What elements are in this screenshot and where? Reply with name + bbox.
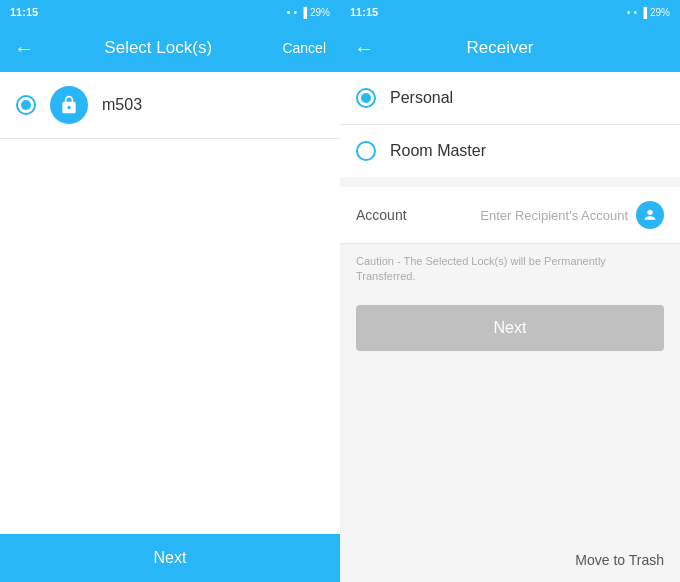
- right-header: ← Receiver: [340, 24, 680, 72]
- divider-gap: [340, 177, 680, 187]
- lock-svg-icon: [59, 95, 79, 115]
- right-time: 11:15: [350, 6, 378, 18]
- wifi-icon: •: [293, 7, 297, 18]
- move-to-trash-button[interactable]: Move to Trash: [575, 552, 664, 568]
- lock-name-label: m503: [102, 96, 142, 114]
- battery-icon: ▐: [300, 7, 307, 18]
- contact-svg-icon: [642, 207, 658, 223]
- left-header-title: Select Lock(s): [34, 38, 282, 58]
- left-status-bar: 11:15 • • ▐ 29%: [0, 0, 340, 24]
- right-battery-icon: ▐: [640, 7, 647, 18]
- lock-list-item[interactable]: m503: [0, 72, 340, 139]
- account-row: Account: [340, 187, 680, 244]
- room-master-option-row[interactable]: Room Master: [340, 125, 680, 177]
- left-back-button[interactable]: ←: [14, 37, 34, 60]
- personal-label: Personal: [390, 89, 453, 107]
- right-next-button[interactable]: Next: [356, 305, 664, 351]
- caution-text: Caution - The Selected Lock(s) will be P…: [340, 244, 680, 295]
- right-screen: 11:15 • • ▐ 29% ← Receiver Personal Room…: [340, 0, 680, 582]
- right-header-title: Receiver: [374, 38, 626, 58]
- account-label: Account: [356, 207, 416, 223]
- right-wifi-icon: •: [633, 7, 637, 18]
- account-input[interactable]: [424, 208, 628, 223]
- bluetooth-icon: •: [287, 7, 291, 18]
- left-screen: 11:15 • • ▐ 29% ← Select Lock(s) Cancel …: [0, 0, 340, 582]
- room-master-radio[interactable]: [356, 141, 376, 161]
- right-status-bar: 11:15 • • ▐ 29%: [340, 0, 680, 24]
- personal-option-row[interactable]: Personal: [340, 72, 680, 125]
- left-status-icons: • • ▐ 29%: [287, 7, 330, 18]
- left-time: 11:15: [10, 6, 38, 18]
- battery-percent: 29%: [310, 7, 330, 18]
- lock-radio-button[interactable]: [16, 95, 36, 115]
- left-content: m503: [0, 72, 340, 534]
- right-next-label: Next: [494, 319, 527, 337]
- right-status-icons: • • ▐ 29%: [627, 7, 670, 18]
- left-next-label: Next: [154, 549, 187, 567]
- right-bluetooth-icon: •: [627, 7, 631, 18]
- contact-icon-button[interactable]: [636, 201, 664, 229]
- left-cancel-button[interactable]: Cancel: [282, 40, 326, 56]
- left-header: ← Select Lock(s) Cancel: [0, 24, 340, 72]
- room-master-label: Room Master: [390, 142, 486, 160]
- left-next-button[interactable]: Next: [0, 534, 340, 582]
- personal-radio[interactable]: [356, 88, 376, 108]
- options-container: Personal Room Master: [340, 72, 680, 177]
- right-back-button[interactable]: ←: [354, 37, 374, 60]
- right-content: Personal Room Master Account Caution - T…: [340, 72, 680, 582]
- lock-icon: [50, 86, 88, 124]
- right-battery-percent: 29%: [650, 7, 670, 18]
